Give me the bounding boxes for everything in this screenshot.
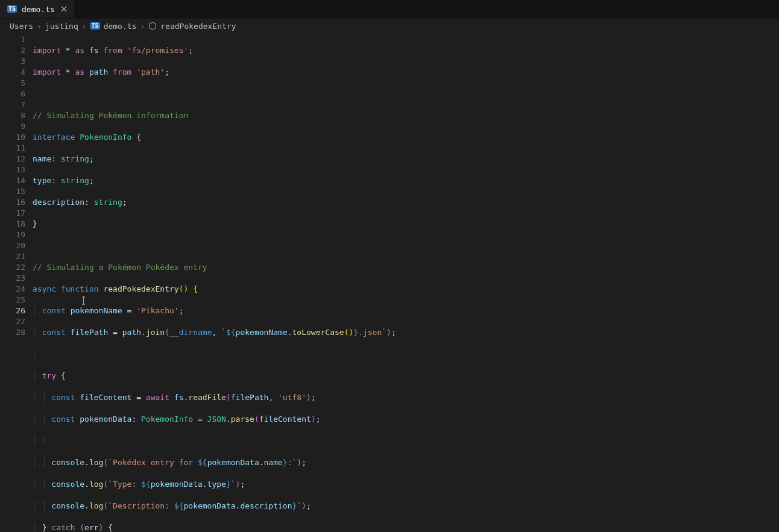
- tab-bar: TS demo.ts: [0, 0, 779, 19]
- symbol-method-icon: [148, 22, 157, 30]
- line-number: 4: [0, 67, 25, 78]
- line-number: 26: [0, 305, 25, 316]
- text-cursor-icon: [81, 296, 86, 305]
- line-number: 10: [0, 132, 25, 143]
- line-number: 5: [0, 78, 25, 89]
- line-number: 22: [0, 262, 25, 273]
- line-number: 28: [0, 327, 25, 338]
- typescript-icon: TS: [90, 22, 100, 30]
- line-number: 18: [0, 219, 25, 230]
- line-number: 16: [0, 197, 25, 208]
- chevron-right-icon: ›: [140, 22, 145, 31]
- line-number: 3: [0, 56, 25, 67]
- breadcrumb-symbol[interactable]: readPokedexEntry: [160, 22, 236, 31]
- line-number: 19: [0, 230, 25, 240]
- line-number: 1: [0, 34, 25, 45]
- line-number: 9: [0, 121, 25, 132]
- line-number: 12: [0, 154, 25, 164]
- line-number: 15: [0, 186, 25, 197]
- line-number: 2: [0, 45, 25, 56]
- line-number: 17: [0, 208, 25, 219]
- line-number: 14: [0, 175, 25, 186]
- line-number: 13: [0, 164, 25, 175]
- close-icon[interactable]: [60, 5, 68, 13]
- line-number: 21: [0, 251, 25, 262]
- chevron-right-icon: ›: [82, 22, 87, 31]
- code-area[interactable]: import * as fs from 'fs/promises'; impor…: [33, 33, 779, 532]
- line-number: 27: [0, 316, 25, 327]
- breadcrumb-users[interactable]: Users: [10, 22, 33, 31]
- line-number: 20: [0, 240, 25, 251]
- breadcrumb-file[interactable]: demo.ts: [104, 22, 137, 31]
- tab-demo-ts[interactable]: TS demo.ts: [0, 0, 75, 18]
- line-number: 8: [0, 110, 25, 121]
- line-number: 25: [0, 295, 25, 305]
- line-number: 7: [0, 99, 25, 110]
- line-number: 11: [0, 143, 25, 154]
- line-number: 23: [0, 273, 25, 284]
- line-number: 24: [0, 284, 25, 295]
- breadcrumb: Users › justinq › TS demo.ts › readPoked…: [0, 19, 779, 33]
- code-editor[interactable]: 1234567891011121314151617181920212223242…: [0, 33, 779, 532]
- breadcrumb-justinq[interactable]: justinq: [45, 22, 78, 31]
- tab-label: demo.ts: [22, 5, 55, 14]
- chevron-right-icon: ›: [37, 22, 42, 31]
- line-number-gutter: 1234567891011121314151617181920212223242…: [0, 33, 33, 532]
- line-number: 6: [0, 89, 25, 99]
- typescript-icon: TS: [7, 5, 17, 13]
